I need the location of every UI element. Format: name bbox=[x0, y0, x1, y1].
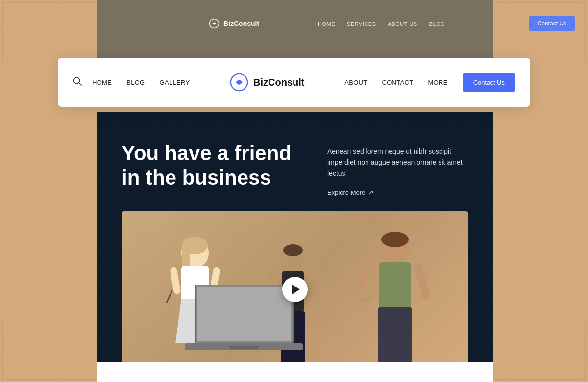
svg-rect-10 bbox=[166, 290, 173, 304]
svg-point-19 bbox=[381, 232, 409, 247]
svg-rect-24 bbox=[360, 295, 374, 303]
nav-blog-link[interactable]: BLOG bbox=[126, 79, 145, 86]
svg-rect-22 bbox=[351, 262, 375, 296]
svg-line-2 bbox=[79, 83, 81, 85]
hero-headline: You have a friend in the business bbox=[122, 141, 308, 196]
mini-contact-button[interactable]: Contact Us bbox=[529, 16, 575, 31]
svg-rect-28 bbox=[229, 346, 259, 349]
explore-arrow-icon: ↗ bbox=[368, 189, 374, 196]
explore-more-link[interactable]: Explore More ↗ bbox=[327, 189, 468, 196]
mini-nav-blog[interactable]: BLOG bbox=[429, 21, 445, 27]
person-right-figure bbox=[341, 221, 449, 368]
play-button[interactable] bbox=[282, 277, 308, 302]
mini-nav-home[interactable]: HOME bbox=[318, 21, 335, 27]
background-header: BizConsult HOME SERVICES ABOUT US BLOG C… bbox=[97, 0, 493, 59]
mini-navbar: BizConsult HOME SERVICES ABOUT US BLOG C… bbox=[194, 9, 588, 38]
nav-contact-link[interactable]: CONTACT bbox=[382, 79, 414, 86]
svg-rect-23 bbox=[414, 263, 431, 301]
hero-section: You have a friend in the business Aenean… bbox=[97, 112, 493, 196]
hero-heading: You have a friend in the business bbox=[122, 141, 308, 191]
hero-side-content: Aenean sed lorem neque ut nibh suscipit … bbox=[327, 141, 468, 196]
corner-decoration-tl bbox=[2, 2, 98, 61]
svg-rect-26 bbox=[197, 286, 291, 341]
video-section bbox=[122, 211, 468, 368]
main-navbar: HOME BLOG GALLERY BizConsult ABOUT CONTA… bbox=[58, 58, 530, 107]
svg-rect-17 bbox=[308, 272, 317, 297]
mini-nav-about[interactable]: ABOUT US bbox=[388, 21, 417, 27]
mini-nav-links: HOME SERVICES ABOUT US BLOG bbox=[318, 19, 445, 28]
svg-rect-21 bbox=[378, 307, 412, 368]
mini-nav-services[interactable]: SERVICES bbox=[347, 21, 376, 27]
nav-left-links: HOME BLOG GALLERY bbox=[92, 78, 190, 87]
corner-decoration-bl bbox=[2, 321, 98, 380]
svg-rect-20 bbox=[379, 262, 411, 309]
corner-decoration-br bbox=[490, 321, 586, 380]
nav-gallery-link[interactable]: GALLERY bbox=[160, 79, 190, 86]
mini-brand-name: BizConsult bbox=[223, 20, 259, 27]
hero-description: Aenean sed lorem neque ut nibh suscipit … bbox=[327, 146, 468, 179]
svg-rect-8 bbox=[170, 267, 181, 295]
search-icon[interactable] bbox=[73, 76, 82, 89]
nav-about-link[interactable]: ABOUT bbox=[344, 79, 367, 86]
center-brand-name: BizConsult bbox=[253, 77, 304, 88]
nav-more-link[interactable]: MORE bbox=[428, 79, 447, 86]
main-content-area: You have a friend in the business Aenean… bbox=[97, 112, 493, 382]
nav-home-link[interactable]: HOME bbox=[92, 79, 112, 86]
mini-logo: BizConsult bbox=[209, 18, 259, 29]
nav-right-links: ABOUT CONTACT MORE bbox=[344, 78, 447, 87]
bottom-white-bar bbox=[97, 362, 493, 382]
svg-point-12 bbox=[283, 244, 303, 256]
center-logo[interactable]: BizConsult bbox=[230, 73, 304, 92]
main-contact-button[interactable]: Contact Us bbox=[463, 73, 515, 92]
